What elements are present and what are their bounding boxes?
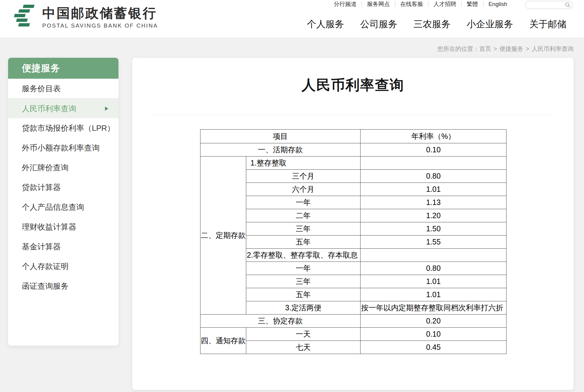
cell-term: 六个月: [246, 183, 361, 196]
table-row: 2.零存整取、整存零取、存本取息: [200, 249, 507, 262]
sidebar-item-label: 人民币利率查询: [22, 104, 76, 113]
search-icon[interactable]: [565, 2, 571, 8]
cell-rate: 0.10: [361, 143, 507, 157]
sidebar-item-service-price-list[interactable]: 服务价目表: [8, 79, 118, 98]
cell-rate: 1.55: [361, 235, 507, 249]
breadcrumb-prefix: 您所在的位置：: [437, 45, 479, 52]
table-row: 三、协定存款 0.20: [200, 314, 507, 328]
cell-rate: 0.20: [361, 314, 507, 328]
cell-subcategory: 3.定活两便: [246, 301, 361, 314]
table-row: 三年 1.01: [200, 275, 507, 288]
brand-name-en: POSTAL SAVINGS BANK OF CHINA: [42, 22, 158, 29]
cell-rate: [361, 249, 507, 262]
site-header: 中国邮政储蓄银行 POSTAL SAVINGS BANK OF CHINA 分行…: [0, 0, 584, 37]
nav-rural-services[interactable]: 三农服务: [413, 18, 451, 31]
nav-personal-services[interactable]: 个人服务: [307, 18, 344, 31]
sidebar-item-forex-quotes[interactable]: 外汇牌价查询: [8, 158, 118, 177]
breadcrumb-section-link[interactable]: 便捷服务: [499, 45, 523, 52]
cell-rate: 1.01: [361, 288, 507, 301]
header-rate: 年利率（%）: [361, 130, 507, 143]
cell-term: 一天: [246, 328, 361, 341]
sidebar-item-foreign-currency-deposit-rates[interactable]: 外币小额存款利率查询: [8, 138, 118, 158]
table-row: 一、活期存款 0.10: [200, 143, 507, 157]
nav-about-psbc[interactable]: 关于邮储: [529, 18, 566, 31]
sidebar-item-fund-calculator[interactable]: 基金计算器: [8, 237, 118, 256]
cell-rate: 1.13: [361, 196, 507, 209]
cell-rate: 0.10: [361, 328, 507, 341]
rmb-rate-table: 项目 年利率（%） 一、活期存款 0.10 二、定期存款 1.整存整取 三个月 …: [200, 129, 507, 354]
main-nav: 个人服务 公司服务 三农服务 小企业服务 关于邮储: [307, 18, 566, 31]
cell-term: 一年: [246, 196, 361, 209]
sidebar-item-rmb-rate-query[interactable]: 人民币利率查询: [8, 98, 118, 118]
breadcrumb-separator: >: [526, 45, 529, 52]
nav-corporate-services[interactable]: 公司服务: [360, 18, 397, 31]
cell-rate: 1.20: [361, 209, 507, 222]
psbc-logo-mark: [11, 4, 36, 28]
cell-term: 五年: [246, 288, 361, 301]
table-row: 四、通知存款 一天 0.10: [200, 328, 507, 341]
cell-rate: 1.01: [361, 275, 507, 288]
table-row: 五年 1.55: [200, 235, 507, 249]
logo-text: 中国邮政储蓄银行 POSTAL SAVINGS BANK OF CHINA: [42, 4, 158, 29]
psbc-logo[interactable]: 中国邮政储蓄银行 POSTAL SAVINGS BANK OF CHINA: [11, 4, 158, 29]
utility-link-branch-channel[interactable]: 分行频道: [329, 1, 362, 7]
table-row: 三个月 0.80: [200, 170, 507, 183]
sidebar: 便捷服务 服务价目表 人民币利率查询 贷款市场报价利率（LPR） 外币小额存款利…: [8, 58, 118, 346]
cell-term: 三年: [246, 222, 361, 235]
title-divider: [152, 115, 555, 115]
arrow-right-icon: [105, 107, 108, 111]
brand-name-cn: 中国邮政储蓄银行: [42, 6, 158, 20]
cell-term: 三年: [246, 275, 361, 288]
sidebar-item-personal-product-info[interactable]: 个人产品信息查询: [8, 197, 118, 217]
cell-rate: 0.80: [361, 262, 507, 275]
table-header-row: 项目 年利率（%）: [200, 130, 507, 143]
cell-rate: 1.01: [361, 183, 507, 196]
breadcrumb-home-link[interactable]: 首页: [479, 45, 491, 52]
cell-rate: 1.50: [361, 222, 507, 235]
table-row: 3.定活两便 按一年以内定期整存整取同档次利率打六折: [200, 301, 507, 314]
sidebar-item-loan-calculator[interactable]: 贷款计算器: [8, 177, 118, 197]
table-row: 七天 0.45: [200, 341, 507, 354]
table-row: 三年 1.50: [200, 222, 507, 235]
utility-link-traditional-chinese[interactable]: 繁體: [461, 1, 483, 7]
cell-rate-note: 按一年以内定期整存整取同档次利率打六折: [361, 301, 507, 314]
cell-rate: 0.80: [361, 170, 507, 183]
sidebar-title: 便捷服务: [8, 58, 118, 79]
cell-category: 二、定期存款: [200, 157, 246, 314]
cell-term: 二年: [246, 209, 361, 222]
table-row: 六个月 1.01: [200, 183, 507, 196]
cell-category: 一、活期存款: [200, 143, 361, 157]
cell-term: 一年: [246, 262, 361, 275]
cell-term: 七天: [246, 341, 361, 354]
table-row: 一年 1.13: [200, 196, 507, 209]
cell-subcategory: 2.零存整取、整存零取、存本取息: [246, 249, 361, 262]
table-row: 五年 1.01: [200, 288, 507, 301]
table-row: 一年 0.80: [200, 262, 507, 275]
search-box: [525, 1, 573, 9]
cell-rate: 0.45: [361, 341, 507, 354]
cell-category: 四、通知存款: [200, 328, 246, 354]
sidebar-item-wealth-yield-calculator[interactable]: 理财收益计算器: [8, 217, 118, 237]
cell-subcategory: 1.整存整取: [246, 157, 361, 170]
sidebar-item-lpr[interactable]: 贷款市场报价利率（LPR）: [8, 118, 118, 138]
nav-small-business-services[interactable]: 小企业服务: [467, 18, 513, 31]
content-card: 人民币利率查询 项目 年利率（%） 一、活期存款 0.10 二、定期存款 1.整…: [132, 58, 574, 390]
utility-link-service-outlets[interactable]: 服务网点: [362, 1, 395, 7]
cell-rate: [361, 157, 507, 170]
utility-link-english[interactable]: English: [483, 1, 512, 7]
header-project: 项目: [200, 130, 361, 143]
breadcrumb-current-page: 人民币利率查询: [532, 45, 574, 52]
utility-link-online-service[interactable]: 在线客服: [395, 1, 428, 7]
sidebar-item-confirmation-letter-service[interactable]: 函证查询服务: [8, 276, 118, 296]
table-row: 二、定期存款 1.整存整取: [200, 157, 507, 170]
page-title: 人民币利率查询: [132, 76, 574, 95]
sidebar-item-personal-deposit-certificate[interactable]: 个人存款证明: [8, 256, 118, 276]
cell-term: 三个月: [246, 170, 361, 183]
utility-nav: 分行频道 服务网点 在线客服 人才招聘 繁體 English: [329, 1, 512, 7]
cell-category: 三、协定存款: [200, 314, 361, 328]
utility-link-careers[interactable]: 人才招聘: [428, 1, 461, 7]
breadcrumb: 您所在的位置：首页>便捷服务>人民币利率查询: [437, 45, 574, 53]
sidebar-list: 服务价目表 人民币利率查询 贷款市场报价利率（LPR） 外币小额存款利率查询 外…: [8, 79, 118, 296]
cell-term: 五年: [246, 235, 361, 249]
table-row: 二年 1.20: [200, 209, 507, 222]
